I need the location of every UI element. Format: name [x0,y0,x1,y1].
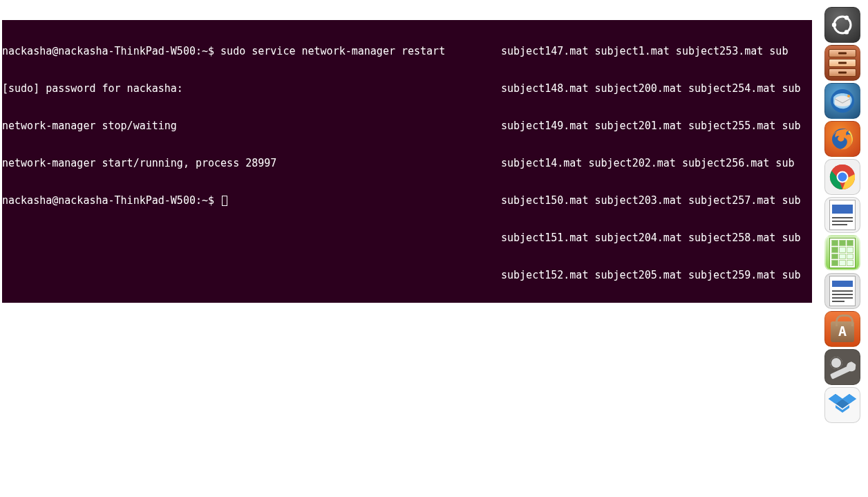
firefox-icon [829,125,856,153]
launcher-item-files[interactable] [824,45,860,81]
terminal-line: nackasha@nackasha-ThinkPad-W500:~$ sudo … [2,45,501,57]
ubuntu-dash-icon [830,12,855,37]
launcher-item-calc[interactable] [824,235,860,271]
launcher-item-writer[interactable] [824,197,860,233]
prompt-text: nackasha@nackasha-ThinkPad-W500:~$ [2,194,220,207]
software-center-icon: A [831,321,854,342]
terminal-line: subject14.mat subject202.mat subject256.… [501,157,812,169]
svg-point-3 [845,30,849,34]
terminal-line: network-manager start/running, process 2… [2,157,501,169]
terminal-line: subject151.mat subject204.mat subject258… [501,232,812,244]
launcher-item-chrome[interactable] [824,159,860,195]
chrome-icon [829,163,856,191]
files-icon [829,49,856,77]
terminal-line: [sudo] password for nackasha: [2,82,501,95]
terminal-line: subject149.mat subject201.mat subject255… [501,120,812,132]
terminal-cursor [222,196,227,206]
launcher-item-impress[interactable] [824,273,860,309]
launcher-item-firefox[interactable] [824,121,860,157]
launcher-item-dash[interactable] [824,7,860,43]
terminal-line: subject148.mat subject200.mat subject254… [501,82,812,95]
svg-point-2 [845,15,849,19]
terminal-right[interactable]: subject147.mat subject1.mat subject253.m… [501,20,812,303]
calc-icon [829,238,856,268]
writer-icon [829,200,856,230]
impress-icon [829,276,856,306]
terminal-line: subject150.mat subject203.mat subject257… [501,194,812,207]
launcher-item-thunderbird[interactable] [824,83,860,119]
launcher-item-dropbox[interactable] [824,387,860,423]
terminal-line: subject152.mat subject205.mat subject259… [501,269,812,281]
dropbox-icon [828,393,857,418]
terminal-left[interactable]: nackasha@nackasha-ThinkPad-W500:~$ sudo … [2,20,501,303]
thunderbird-icon [828,86,857,115]
terminal-line: nackasha@nackasha-ThinkPad-W500:~$ [2,194,501,207]
svg-point-9 [838,173,847,182]
settings-icon [829,357,856,377]
terminal-line: network-manager stop/waiting [2,120,501,132]
svg-point-5 [847,95,850,97]
unity-launcher: A [819,7,866,423]
launcher-item-software-center[interactable]: A [824,311,860,347]
launcher-item-settings[interactable] [824,349,860,385]
terminal-line: subject147.mat subject1.mat subject253.m… [501,45,812,57]
svg-point-1 [832,23,836,27]
